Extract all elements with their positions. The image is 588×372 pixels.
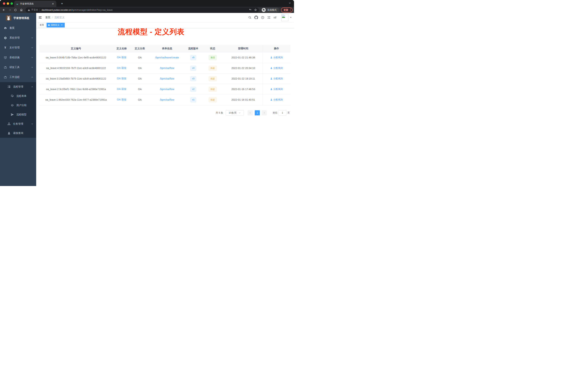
avatar[interactable] — [281, 14, 288, 21]
column-header: 定义编号 — [40, 45, 113, 52]
font-size-icon[interactable]: ᴛT — [273, 16, 277, 19]
sidebar-item-label: 流程模型 — [16, 113, 27, 116]
url-text[interactable]: dashboard.yudao.iocoder.cn/bpm/manager/d… — [42, 9, 247, 11]
toolbox-icon — [4, 66, 7, 69]
goto-page-input[interactable] — [278, 110, 286, 115]
sidebar-item-leave-query[interactable]: 请假查询 — [0, 129, 36, 138]
address-bar[interactable]: 不安全 dashboard.yudao.iocoder.cn/bpm/manag… — [25, 8, 259, 12]
form-link[interactable]: /bpm/oa/flow — [160, 77, 174, 80]
key-icon[interactable] — [249, 8, 252, 11]
sidebar-item-dev-tools[interactable]: 研发工具 — [0, 62, 36, 72]
update-button[interactable]: 更新 — [281, 8, 293, 12]
tab-search-chevron-icon[interactable] — [289, 2, 291, 5]
sidebar-item-process-model[interactable]: 流程模型 — [0, 110, 36, 119]
avatar-caret-down-icon[interactable] — [290, 16, 292, 19]
help-icon[interactable] — [261, 16, 264, 19]
reload-button[interactable] — [13, 8, 18, 12]
bookmark-star-icon[interactable] — [254, 8, 257, 11]
form-icon — [10, 94, 14, 98]
browser-menu-kebab-icon[interactable] — [290, 9, 291, 11]
url-domain: dashboard.yudao.iocoder.cn — [42, 9, 71, 11]
definition-id: oa_leave:5:004b710b-7b8a-11ec-8ef0-acde4… — [40, 52, 113, 63]
sidebar-item-payment[interactable]: ¥支付管理 — [0, 43, 36, 53]
assign-rule-link[interactable]: 分配规则 — [270, 77, 283, 80]
paper-plane-icon — [10, 113, 14, 116]
definition-name-link[interactable]: OA 请假 — [117, 56, 126, 59]
new-tab-button[interactable]: + — [60, 1, 64, 6]
breadcrumb-home[interactable]: 首页 — [45, 16, 50, 19]
back-button[interactable] — [1, 8, 6, 12]
deploy-time: 2022-01-22 21:48:38 — [224, 52, 262, 63]
definition-id: oa_leave:2:3c1f0ef1-76b1-11ec-9c66-a2380… — [40, 84, 113, 94]
column-header: 表单信息 — [149, 45, 185, 52]
sidebar-item-task-mgmt[interactable]: 任务管理 — [0, 119, 36, 129]
assign-rule-link[interactable]: 分配规则 — [270, 56, 283, 59]
app-root: 芋道管理系统 首页系统管理¥支付管理基础设施研发工具工作流程流程管理流程表单用户… — [0, 13, 294, 186]
page-size-select[interactable]: 10条/页 — [226, 110, 244, 115]
user-icon — [270, 67, 273, 69]
app-title: 芋道管理系统 — [13, 16, 29, 20]
sidebar-item-label: 基础设施 — [10, 56, 20, 59]
tag-close-icon[interactable]: ✕ — [61, 24, 63, 26]
form-link[interactable]: /bpm/oa/leave/create — [155, 56, 179, 59]
sidebar-item-process-mgmt[interactable]: 流程管理 — [0, 82, 36, 91]
definition-name-link[interactable]: OA 请假 — [117, 98, 126, 101]
window-minimize-button[interactable] — [7, 2, 9, 5]
table-row: oa_leave:3:1fad3d93-7b75-11ec-a3c8-acde4… — [40, 73, 290, 84]
tab-close-icon[interactable]: ✕ — [51, 2, 54, 5]
sidebar-item-system[interactable]: 系统管理 — [0, 33, 36, 43]
browser-toolbar: 不安全 dashboard.yudao.iocoder.cn/bpm/manag… — [0, 7, 294, 13]
form-link[interactable]: /bpm/oa/flow — [160, 67, 174, 69]
window-maximize-button[interactable] — [10, 2, 13, 5]
goto-label: 前往 — [273, 111, 277, 114]
sidebar-item-home[interactable]: 首页 — [0, 23, 36, 33]
fullscreen-icon[interactable] — [267, 16, 271, 19]
definition-name-link[interactable]: OA 请假 — [117, 77, 126, 80]
table-header: 定义编号定义名称定义分类表单信息流程版本状态部署时间操作 — [40, 45, 290, 52]
app-logo-row[interactable]: 芋道管理系统 — [0, 13, 36, 23]
toolbox-icon — [4, 76, 7, 79]
home-button[interactable] — [19, 8, 24, 12]
sidebar-menu: 首页系统管理¥支付管理基础设施研发工具工作流程流程管理流程表单用户分组流程模型任… — [0, 23, 36, 138]
window-close-button[interactable] — [3, 2, 5, 5]
tag-label: 流程定义 — [51, 23, 59, 27]
tag-home[interactable]: 首页 — [38, 23, 46, 27]
favicon-plant-icon — [16, 2, 19, 5]
people-icon — [10, 104, 14, 107]
sidebar-item-label: 工作流程 — [10, 76, 20, 79]
forward-button[interactable] — [7, 8, 12, 12]
chevron-down-icon — [31, 37, 33, 39]
sidebar-item-label: 请假查询 — [13, 131, 23, 135]
total-count-label: 共 5 条 — [216, 111, 223, 114]
active-dot-icon — [48, 24, 50, 26]
browser-tab[interactable]: 芋道管理系统 ✕ — [14, 1, 56, 7]
incognito-icon — [262, 8, 266, 12]
search-icon[interactable] — [248, 16, 252, 19]
definition-name-link[interactable]: OA 请假 — [117, 66, 126, 69]
assign-rule-link[interactable]: 分配规则 — [270, 66, 283, 70]
page-number-button[interactable]: 1 — [255, 110, 260, 115]
sidebar-item-workflow[interactable]: 工作流程 — [0, 72, 36, 82]
assign-rule-link[interactable]: 分配规则 — [270, 98, 283, 101]
form-link[interactable]: /bpm/oa/flow — [160, 88, 174, 91]
version-tag: v4 — [190, 66, 196, 71]
table-row: oa_leave:4:991f2193-7b7f-11ec-a3c8-acde4… — [40, 63, 290, 73]
sidebar-item-process-form[interactable]: 流程表单 — [0, 91, 36, 101]
assign-rule-link[interactable]: 分配规则 — [270, 88, 283, 91]
status-badge: 激活 — [209, 55, 217, 60]
sidebar-item-user-group[interactable]: 用户分组 — [0, 101, 36, 110]
address-divider — [40, 9, 40, 11]
github-icon[interactable] — [254, 16, 258, 19]
not-secure-label[interactable]: 不安全 — [31, 8, 38, 11]
tag-process-definition[interactable]: 流程定义✕ — [47, 23, 65, 27]
definition-category: OA — [131, 73, 149, 84]
chevron-up-icon — [31, 76, 33, 78]
column-header: 流程版本 — [185, 45, 201, 52]
hamburger-icon[interactable] — [36, 13, 44, 22]
form-link[interactable]: /bpm/oa/flow — [160, 98, 174, 101]
prev-page-button[interactable] — [248, 110, 253, 115]
next-page-button[interactable] — [262, 110, 267, 115]
select-caret-down-icon — [239, 112, 241, 114]
sidebar-item-infrastructure[interactable]: 基础设施 — [0, 53, 36, 62]
definition-name-link[interactable]: OA 请假 — [117, 88, 126, 90]
